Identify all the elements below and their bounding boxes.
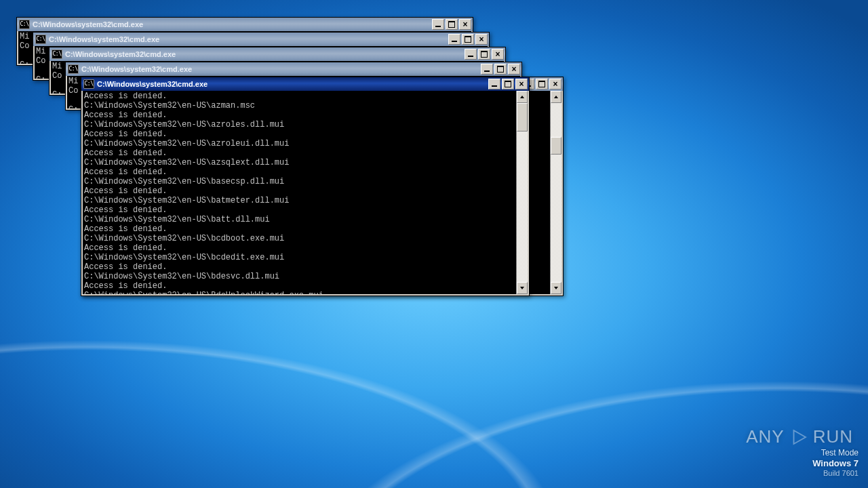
title-bar[interactable]: C:\Windows\system32\cmd.exe (17, 18, 473, 31)
vertical-scrollbar[interactable] (550, 91, 561, 294)
desktop: { "watermark": {"line1":"Test Mode","lin… (0, 0, 868, 488)
vertical-scrollbar[interactable] (566, 129, 578, 327)
watermark-line2: Windows 7 (812, 458, 859, 469)
minimize-button[interactable] (432, 19, 444, 30)
window-title: C:\Windows\system32\cmd.exe (97, 77, 486, 91)
window-title: C:\Windows\system32\cmd.exe (49, 33, 446, 46)
scroll-down-button[interactable] (551, 282, 561, 294)
close-button[interactable] (475, 34, 488, 45)
window-title: C:\Windows\system32\cmd.exe (33, 18, 429, 31)
title-bar[interactable]: C:\Windows\system32\cmd.exe (33, 33, 489, 46)
close-button[interactable] (508, 64, 520, 75)
vertical-scrollbar[interactable] (516, 91, 528, 294)
scroll-thumb[interactable] (551, 137, 561, 155)
cmd-icon (52, 49, 62, 59)
anyrun-watermark: ANY RUN (746, 426, 853, 447)
minimize-button[interactable] (465, 49, 477, 60)
maximize-button[interactable] (446, 19, 458, 30)
title-bar[interactable]: C:\Windows\system32\cmd.exe (66, 62, 521, 76)
cmd-icon (68, 64, 79, 74)
close-button[interactable] (492, 49, 504, 60)
close-button[interactable] (459, 19, 471, 30)
brand-pre: ANY (746, 426, 784, 447)
close-button[interactable] (549, 79, 561, 89)
watermark-line1: Test Mode (812, 448, 859, 458)
title-bar[interactable]: C:\Windows\system32\cmd.exe (50, 47, 505, 61)
console-output: Access is denied. C:\Windows\System32\en… (83, 91, 516, 294)
console-client: Access is denied. C:\Windows\System32\en… (81, 91, 529, 296)
maximize-button[interactable] (502, 79, 514, 89)
maximize-button[interactable] (536, 79, 548, 89)
play-icon (789, 427, 809, 447)
window-title: C:\Windows\system32\cmd.exe (81, 62, 478, 76)
cmd-icon (35, 35, 46, 44)
brand-post: RUN (813, 426, 853, 447)
scroll-up-button[interactable] (517, 91, 528, 103)
cmd-icon (83, 79, 94, 89)
cmd-window[interactable]: C:\Windows\system32\cmd.exeAccess is den… (81, 77, 530, 296)
cmd-icon (19, 20, 30, 29)
minimize-button[interactable] (488, 79, 500, 89)
maximize-button[interactable] (462, 34, 474, 45)
scroll-track[interactable] (551, 103, 561, 282)
desktop-watermark: Test Mode Windows 7 Build 7601 (812, 448, 859, 479)
minimize-button[interactable] (481, 64, 493, 75)
scroll-up-button[interactable] (551, 91, 561, 103)
watermark-line3: Build 7601 (812, 469, 859, 479)
scroll-track[interactable] (517, 103, 528, 282)
scroll-down-button[interactable] (517, 282, 528, 294)
maximize-button[interactable] (478, 49, 490, 60)
window-title: C:\Windows\system32\cmd.exe (65, 47, 462, 61)
maximize-button[interactable] (494, 64, 507, 75)
minimize-button[interactable] (448, 34, 460, 45)
close-button[interactable] (515, 79, 528, 89)
scroll-thumb[interactable] (517, 103, 528, 131)
title-bar[interactable]: C:\Windows\system32\cmd.exe (81, 77, 529, 91)
